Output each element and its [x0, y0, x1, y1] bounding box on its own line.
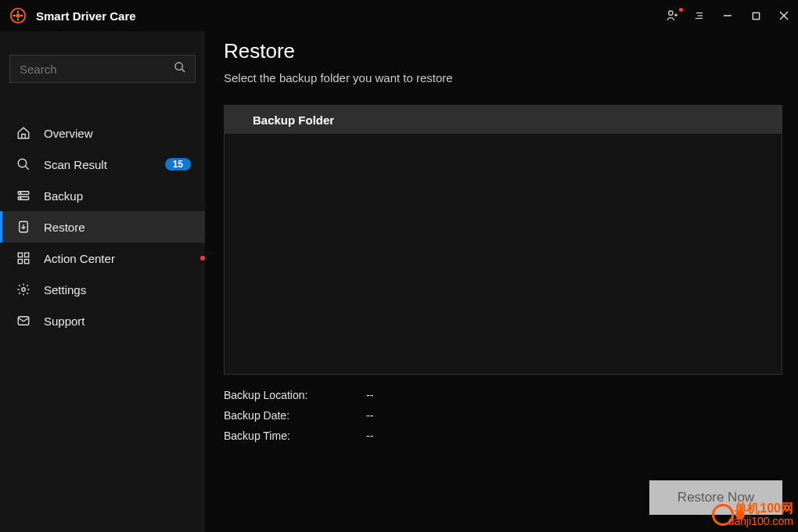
app-logo-icon: [9, 7, 27, 24]
envelope-icon: [16, 313, 31, 329]
svg-rect-21: [18, 253, 22, 257]
svg-point-1: [16, 13, 20, 18]
watermark-line2: danji100.com: [728, 516, 793, 527]
gear-icon: [16, 282, 31, 297]
sidebar-item-label: Restore: [44, 221, 205, 234]
page-title: Restore: [224, 39, 782, 63]
sidebar-item-label: Support: [44, 315, 205, 328]
restore-now-button[interactable]: Restore Now: [649, 480, 782, 515]
maximize-button[interactable]: [742, 0, 770, 31]
svg-point-2: [669, 11, 673, 15]
svg-rect-22: [25, 253, 29, 257]
svg-rect-9: [753, 13, 759, 19]
magnifier-icon: [16, 156, 31, 172]
grid-icon: [16, 250, 31, 266]
svg-point-12: [175, 63, 182, 70]
backup-icon: [16, 188, 31, 203]
detail-row: Backup Location: --: [224, 389, 782, 401]
user-account-button[interactable]: [660, 0, 685, 31]
restore-icon: [16, 219, 31, 235]
detail-value: --: [366, 409, 373, 422]
sidebar-item-label: Scan Result: [44, 158, 165, 171]
detail-value: --: [366, 389, 373, 401]
panel-header: Backup Folder: [225, 106, 782, 134]
svg-line-15: [26, 167, 29, 170]
main-content: Restore Select the backup folder you wan…: [205, 31, 798, 532]
sidebar: Overview Scan Result 15 Backup Resto: [0, 31, 205, 532]
page-subtitle: Select the backup folder you want to res…: [224, 71, 782, 84]
titlebar: Smart Driver Care: [0, 0, 798, 31]
search-input[interactable]: [9, 55, 196, 83]
svg-point-25: [22, 288, 26, 292]
notification-dot-icon: [679, 8, 683, 12]
backup-folder-panel: Backup Folder: [224, 105, 782, 375]
svg-point-14: [18, 159, 27, 167]
backup-details: Backup Location: -- Backup Date: -- Back…: [224, 389, 782, 450]
minimize-button[interactable]: [714, 0, 742, 31]
sidebar-item-settings[interactable]: Settings: [0, 274, 205, 305]
sidebar-nav: Overview Scan Result 15 Backup Resto: [0, 117, 205, 336]
sidebar-item-label: Backup: [44, 189, 205, 203]
scan-result-badge: 15: [165, 158, 191, 171]
detail-row: Backup Time: --: [224, 430, 782, 442]
svg-point-18: [20, 192, 21, 193]
sidebar-item-scan-result[interactable]: Scan Result 15: [0, 149, 205, 180]
sidebar-item-overview[interactable]: Overview: [0, 117, 205, 149]
detail-label: Backup Date:: [224, 409, 366, 422]
menu-button[interactable]: [685, 0, 714, 31]
sidebar-item-support[interactable]: Support: [0, 305, 205, 336]
sidebar-item-action-center[interactable]: Action Center: [0, 243, 205, 274]
sidebar-item-label: Overview: [44, 127, 205, 140]
panel-body[interactable]: [225, 134, 782, 374]
close-button[interactable]: [770, 0, 798, 31]
sidebar-item-label: Action Center: [44, 252, 196, 265]
svg-rect-23: [18, 260, 22, 264]
sidebar-item-restore[interactable]: Restore: [0, 211, 205, 243]
svg-rect-24: [25, 260, 29, 264]
home-icon: [16, 125, 31, 141]
svg-point-19: [20, 198, 21, 199]
detail-row: Backup Date: --: [224, 409, 782, 422]
svg-line-13: [182, 69, 185, 72]
sidebar-item-label: Settings: [44, 283, 205, 297]
search-wrap: [9, 55, 196, 83]
app-title: Smart Driver Care: [36, 9, 136, 23]
detail-value: --: [366, 430, 373, 442]
detail-label: Backup Time:: [224, 430, 366, 442]
sidebar-item-backup[interactable]: Backup: [0, 180, 205, 211]
search-icon: [174, 61, 186, 77]
detail-label: Backup Location:: [224, 389, 366, 401]
